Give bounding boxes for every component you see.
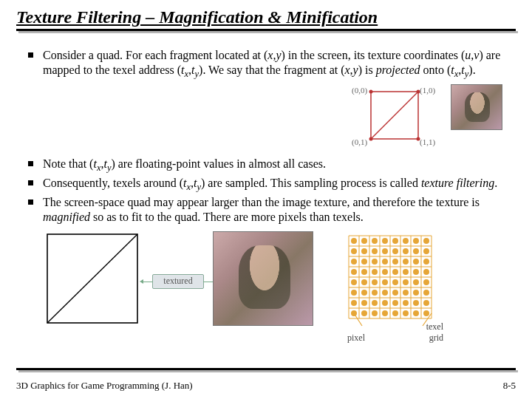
corner-11: (1,1) — [420, 137, 435, 146]
svg-point-48 — [413, 259, 419, 265]
svg-point-44 — [372, 259, 378, 265]
texture-thumbnail-large — [213, 231, 313, 326]
corner-10: (1,0) — [420, 86, 435, 95]
svg-point-68 — [372, 290, 378, 296]
svg-point-58 — [351, 279, 357, 285]
svg-line-90 — [354, 313, 362, 326]
footer-left: 3D Graphics for Game Programming (J. Han… — [16, 380, 193, 392]
svg-point-37 — [382, 248, 388, 254]
svg-point-72 — [413, 290, 419, 296]
footer-right: 8-5 — [503, 380, 516, 392]
row1-figures: (0,0) (1,0) (0,1) (1,1) — [16, 84, 502, 148]
svg-point-76 — [372, 300, 378, 306]
svg-point-56 — [413, 269, 419, 275]
svg-point-74 — [351, 300, 357, 306]
svg-point-38 — [392, 248, 398, 254]
svg-point-36 — [372, 248, 378, 254]
svg-point-50 — [351, 269, 357, 275]
svg-point-57 — [423, 269, 429, 275]
slide-title: Texture Filtering – Magnification & Mini… — [16, 7, 516, 27]
svg-point-29 — [382, 238, 388, 244]
svg-point-42 — [351, 259, 357, 265]
footer: 3D Graphics for Game Programming (J. Han… — [16, 380, 516, 392]
textured-label: textured — [152, 274, 204, 289]
svg-point-27 — [361, 238, 367, 244]
texel-grid-caption: texel grid — [426, 321, 443, 344]
texture-thumbnail-small — [451, 84, 502, 130]
quad-figure — [43, 231, 143, 327]
svg-point-46 — [392, 259, 398, 265]
slide: Texture Filtering – Magnification & Mini… — [0, 0, 532, 399]
svg-point-75 — [361, 300, 367, 306]
textured-text: textured — [163, 276, 192, 287]
svg-point-78 — [392, 300, 398, 306]
svg-point-88 — [413, 310, 419, 316]
title-rule — [16, 29, 516, 35]
arrow-left-icon — [140, 279, 143, 284]
svg-point-61 — [382, 279, 388, 285]
svg-point-32 — [413, 238, 419, 244]
svg-point-34 — [351, 248, 357, 254]
svg-point-52 — [372, 269, 378, 275]
svg-point-53 — [382, 269, 388, 275]
svg-point-33 — [423, 238, 429, 244]
svg-point-35 — [361, 248, 367, 254]
svg-point-63 — [403, 279, 409, 285]
bullet-2: Note that (tx,ty) are floating-point val… — [16, 157, 516, 174]
texel-grid-icon — [343, 231, 439, 330]
texel-grid-figure: pixel texel grid — [343, 231, 439, 342]
bullet-1: Consider a quad. For each fragment locat… — [16, 48, 516, 81]
pixel-caption: pixel — [347, 332, 365, 344]
svg-point-45 — [382, 259, 388, 265]
svg-point-62 — [392, 279, 398, 285]
bullet-list-2: Note that (tx,ty) are floating-point val… — [16, 157, 516, 225]
svg-point-73 — [423, 290, 429, 296]
svg-point-39 — [403, 248, 409, 254]
svg-line-1 — [371, 92, 418, 139]
svg-point-51 — [361, 269, 367, 275]
bullet-4: The screen-space quad may appear larger … — [16, 195, 516, 225]
footer-rule — [16, 368, 516, 374]
svg-point-85 — [382, 310, 388, 316]
svg-point-69 — [382, 290, 388, 296]
svg-point-83 — [361, 310, 367, 316]
svg-point-67 — [361, 290, 367, 296]
svg-point-4 — [369, 137, 373, 140]
svg-point-77 — [382, 300, 388, 306]
svg-point-89 — [423, 310, 429, 316]
row2-figures: textured — [43, 231, 516, 342]
svg-point-31 — [403, 238, 409, 244]
svg-point-43 — [361, 259, 367, 265]
svg-point-80 — [413, 300, 419, 306]
svg-point-87 — [403, 310, 409, 316]
svg-point-55 — [403, 269, 409, 275]
svg-point-81 — [423, 300, 429, 306]
quad-icon — [43, 231, 143, 327]
corner-01: (0,1) — [352, 137, 367, 146]
bullet-3: Consequently, texels around (tx,ty) are … — [16, 176, 516, 194]
svg-point-28 — [372, 238, 378, 244]
svg-line-7 — [47, 234, 137, 323]
svg-point-26 — [351, 238, 357, 244]
svg-point-54 — [392, 269, 398, 275]
unit-square-figure: (0,0) (1,0) (0,1) (1,1) — [350, 84, 439, 148]
svg-point-84 — [372, 310, 378, 316]
svg-point-59 — [361, 279, 367, 285]
svg-point-2 — [369, 89, 373, 93]
svg-point-60 — [372, 279, 378, 285]
svg-point-66 — [351, 290, 357, 296]
bullet-list: Consider a quad. For each fragment locat… — [16, 48, 516, 81]
svg-point-47 — [403, 259, 409, 265]
svg-point-71 — [403, 290, 409, 296]
svg-point-70 — [392, 290, 398, 296]
svg-point-86 — [392, 310, 398, 316]
svg-point-79 — [403, 300, 409, 306]
svg-point-30 — [392, 238, 398, 244]
svg-point-40 — [413, 248, 419, 254]
svg-point-65 — [423, 279, 429, 285]
svg-point-49 — [423, 259, 429, 265]
svg-point-64 — [413, 279, 419, 285]
svg-point-41 — [423, 248, 429, 254]
corner-00: (0,0) — [352, 86, 367, 95]
